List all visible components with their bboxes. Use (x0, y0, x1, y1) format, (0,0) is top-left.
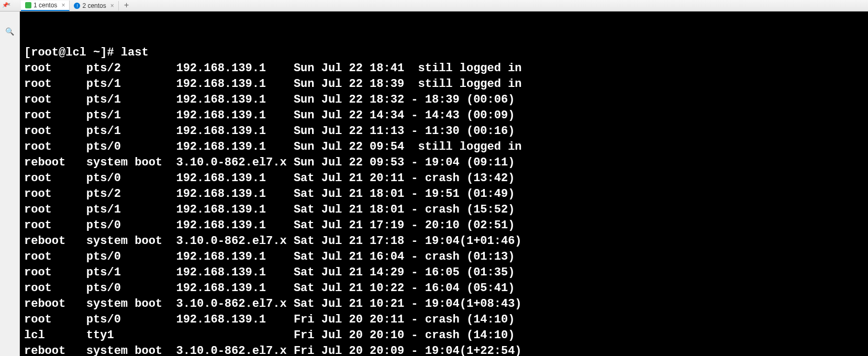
output-line: root pts/2 192.168.139.1 Sat Jul 21 18:0… (24, 186, 864, 202)
tab-label: 1 centos (34, 2, 57, 9)
tab-close-icon[interactable]: × (61, 2, 65, 9)
left-gutter: 🔍 (0, 12, 20, 356)
tab-2[interactable]: ! 2 centos × (70, 1, 118, 10)
add-tab-button[interactable]: + (119, 1, 135, 10)
command-output: root pts/2 192.168.139.1 Sun Jul 22 18:4… (24, 61, 864, 356)
output-line: root pts/0 192.168.139.1 Sat Jul 21 10:2… (24, 281, 864, 296)
status-icon: ! (74, 3, 80, 9)
output-line: root pts/1 192.168.139.1 Sun Jul 22 18:3… (24, 92, 864, 108)
output-line: root pts/1 192.168.139.1 Sun Jul 22 18:3… (24, 76, 864, 92)
status-icon (25, 2, 31, 8)
output-line: reboot system boot 3.10.0-862.el7.x Sat … (24, 233, 864, 249)
command-text: last (121, 46, 149, 59)
output-line: reboot system boot 3.10.0-862.el7.x Sun … (24, 155, 864, 171)
output-line: root pts/1 192.168.139.1 Sun Jul 22 11:1… (24, 124, 864, 139)
terminal[interactable]: [root@lcl ~]# lastroot pts/2 192.168.139… (20, 12, 868, 356)
shell-prompt: [root@lcl ~]# (24, 46, 121, 59)
tab-close-icon[interactable]: × (110, 2, 114, 9)
output-line: root pts/1 192.168.139.1 Sat Jul 21 14:2… (24, 265, 864, 281)
close-icon[interactable]: × (7, 2, 10, 8)
output-line: root pts/0 192.168.139.1 Sun Jul 22 09:5… (24, 139, 864, 155)
output-line: root pts/0 192.168.139.1 Sat Jul 21 16:0… (24, 249, 864, 265)
output-line: lcl tty1 Fri Jul 20 20:10 - crash (14:10… (24, 328, 864, 343)
tab-bar: 📌 × 1 centos × ! 2 centos × + (0, 0, 868, 12)
output-line: root pts/0 192.168.139.1 Sat Jul 21 20:1… (24, 171, 864, 186)
tab-label: 2 centos (82, 2, 106, 9)
search-icon[interactable]: 🔍 (5, 27, 14, 36)
output-line: reboot system boot 3.10.0-862.el7.x Fri … (24, 343, 864, 356)
output-line: root pts/1 192.168.139.1 Sat Jul 21 18:0… (24, 202, 864, 218)
output-line: root pts/1 192.168.139.1 Sun Jul 22 14:3… (24, 108, 864, 124)
output-line: root pts/0 192.168.139.1 Sat Jul 21 17:1… (24, 218, 864, 233)
command-line: [root@lcl ~]# last (24, 45, 864, 61)
output-line: root pts/0 192.168.139.1 Fri Jul 20 20:1… (24, 312, 864, 328)
tab-1[interactable]: 1 centos × (21, 1, 70, 11)
output-line: reboot system boot 3.10.0-862.el7.x Sat … (24, 296, 864, 312)
output-line: root pts/2 192.168.139.1 Sun Jul 22 18:4… (24, 61, 864, 76)
